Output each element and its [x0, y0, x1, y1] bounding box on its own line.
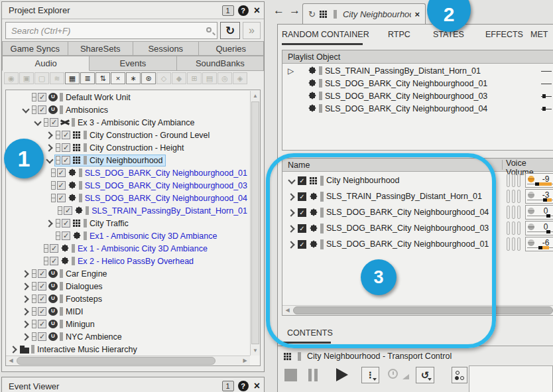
tab-sessions[interactable]: Sessions	[133, 41, 199, 56]
contents-row[interactable]: ✓ SLS_DOG_BARK_City Neighbourghood_01 -6	[282, 236, 553, 252]
include-checkbox[interactable]: ✓	[298, 176, 306, 185]
voice-volume-slider[interactable]	[527, 246, 553, 249]
tree-row-content[interactable]: ✓ City Neighbourhood	[54, 155, 166, 166]
tree-row-content[interactable]: ✓ Ex 2 - Helico PassBy Overhead	[42, 255, 196, 267]
display-toggle-icon[interactable]	[56, 143, 60, 152]
tree-row[interactable]: ✓ SLS_DOG_BARK_City Neighbourghood_04	[6, 192, 250, 204]
voice-volume-slider[interactable]	[527, 230, 553, 233]
scroll-left-icon[interactable]: ◀	[6, 356, 16, 365]
random-container-toolbar-icon[interactable]: ▦	[65, 72, 80, 84]
expander-icon[interactable]	[44, 143, 54, 153]
tree-row-content[interactable]: ✓ Ex 3 - Ambisonic City Ambiance	[42, 117, 197, 129]
scroll-down-icon[interactable]: ▼	[251, 346, 260, 356]
voice-volume-field[interactable]: -9	[525, 173, 553, 188]
include-checkbox[interactable]: ✓	[50, 244, 58, 253]
contents-header[interactable]: Name Voice Volume	[282, 159, 553, 172]
tree-row-content[interactable]: ✓ Ambisonics	[31, 104, 111, 116]
expander-icon[interactable]	[286, 208, 296, 218]
scroll-left-icon[interactable]: ◀	[282, 306, 292, 315]
contents-row[interactable]: ✓ SLS_DOG_BARK_City Neighbourghood_03 0	[282, 220, 553, 236]
filter-expand-button[interactable]: »	[243, 22, 261, 39]
expander-icon[interactable]	[40, 180, 50, 190]
scroll-up-icon[interactable]: ▲	[251, 91, 260, 101]
tree-row[interactable]: ✓ Ex1 - Ambisonic City 3D Ambiance	[6, 229, 250, 242]
display-toggle-icon[interactable]	[32, 294, 36, 303]
tree-row-content[interactable]: ✓ City Construction - Ground Level	[54, 129, 212, 141]
display-toggle-icon[interactable]	[58, 206, 62, 215]
display-toggle-icon[interactable]	[44, 244, 48, 253]
reset-button[interactable]: ↺	[416, 367, 434, 383]
hscroll-thumb[interactable]	[293, 306, 553, 314]
expander-icon[interactable]	[9, 344, 19, 354]
include-checkbox[interactable]: ✓	[62, 156, 70, 164]
include-checkbox[interactable]: ✓	[38, 105, 46, 114]
game-syncs-mode-button[interactable]	[452, 367, 467, 383]
expander-icon[interactable]	[286, 224, 296, 233]
expander-icon[interactable]	[21, 319, 31, 329]
contents-row[interactable]: ✓ SLS_TRAIN_PassingBy_Distant_Horn_01 -3	[282, 188, 553, 204]
playlist-row[interactable]: ▷ SLS_TRAIN_PassingBy_Distant_Horn_01	[282, 64, 553, 77]
include-checkbox[interactable]: ✓	[38, 269, 46, 278]
weight-slider[interactable]	[541, 108, 552, 111]
tree-row[interactable]: ✓ City Traffic	[6, 217, 250, 229]
close-icon[interactable]: ×	[254, 5, 260, 16]
playlist-row[interactable]: ▷ SLS_DOG_BARK_City Neighbourghood_03	[282, 90, 553, 102]
voice-volume-slider[interactable]	[527, 214, 553, 218]
expander-icon[interactable]	[40, 168, 50, 178]
tree-row[interactable]: ✓ NYC Ambience	[6, 330, 250, 343]
view-tab-random-container[interactable]: RANDOM CONTAINER	[282, 30, 369, 39]
include-checkbox[interactable]: ✓	[298, 192, 306, 201]
include-checkbox[interactable]: ✓	[62, 131, 70, 139]
display-toggle-icon[interactable]	[56, 131, 60, 139]
close-icon[interactable]: ×	[254, 381, 260, 391]
expander-icon[interactable]	[32, 256, 42, 266]
tree-row[interactable]: ✓ Ex 1 - Ambisonic City 3D Ambiance	[6, 242, 250, 255]
nav-back-icon[interactable]: ←	[273, 4, 284, 17]
volume-knob-icon[interactable]	[528, 208, 534, 214]
tab-soundbanks[interactable]: SoundBanks	[177, 56, 264, 71]
sound-sfx-toolbar-icon[interactable]: ∗	[126, 72, 141, 84]
volume-knob-icon[interactable]	[528, 192, 534, 198]
tree-row-content[interactable]: ✓ NYC Ambience	[31, 331, 125, 343]
tab-queries[interactable]: Queries	[199, 41, 265, 56]
tree-vertical-scrollbar[interactable]: ▲ ▼	[250, 91, 260, 356]
include-checkbox[interactable]: ✓	[57, 194, 66, 202]
view-tab-met[interactable]: MET	[530, 30, 548, 39]
help-icon[interactable]: ?	[238, 5, 249, 16]
expander-icon[interactable]	[21, 294, 31, 304]
blend-container-toolbar-icon[interactable]: ×	[111, 72, 125, 84]
include-checkbox[interactable]: ✓	[57, 181, 66, 190]
contents-row[interactable]: ✓ SLS_DOG_BARK_City Neighbourghood_04 0	[282, 204, 553, 220]
help-icon[interactable]: ?	[238, 381, 249, 391]
tree-row[interactable]: ✓ Footsteps	[6, 293, 250, 305]
expander-icon[interactable]	[21, 306, 31, 316]
search-input[interactable]: Search (Ctrl+F)	[5, 22, 217, 39]
hscroll-thumb[interactable]	[17, 357, 215, 365]
display-toggle-icon[interactable]	[56, 219, 60, 228]
tree-row-content[interactable]: ✓ Footsteps	[31, 293, 105, 305]
tree-row-content[interactable]: ✓ Default Work Unit	[31, 92, 133, 103]
refresh-button[interactable]: ↻	[220, 22, 240, 39]
close-tab-icon[interactable]: ×	[414, 9, 420, 19]
play-icon[interactable]	[336, 368, 348, 381]
editor-document-tab[interactable]: ↻ City Neighbourhood ×	[302, 3, 426, 24]
include-checkbox[interactable]: ✓	[298, 208, 306, 217]
tree-row[interactable]: ✓ SLS_DOG_BARK_City Neighbourghood_03	[6, 179, 250, 192]
expander-icon[interactable]	[44, 155, 54, 165]
expander-icon[interactable]	[32, 243, 42, 253]
tree-row-content[interactable]: ✓ SLS_DOG_BARK_City Neighbourghood_01	[50, 167, 250, 179]
switch-container-toolbar-icon[interactable]: ⇅	[95, 72, 110, 84]
tree-row[interactable]: ✓ Ambisonics	[6, 103, 250, 116]
tree-row[interactable]: Interactive Music Hierarchy	[6, 343, 250, 356]
weight-slider[interactable]	[541, 83, 552, 86]
display-toggle-icon[interactable]	[32, 105, 36, 114]
expander-icon[interactable]	[21, 105, 31, 115]
tree-row[interactable]: ✓ Dialogues	[6, 280, 250, 293]
tree-row[interactable]: ✓ Minigun	[6, 318, 250, 330]
display-toggle-icon[interactable]	[56, 231, 60, 240]
include-checkbox[interactable]: ✓	[62, 143, 70, 152]
tab-events[interactable]: Events	[90, 56, 176, 71]
tree-row[interactable]: ✓ SLS_TRAIN_PassingBy_Distant_Horn_01	[6, 204, 250, 217]
include-checkbox[interactable]: ✓	[38, 332, 46, 341]
include-checkbox[interactable]: ✓	[298, 240, 306, 249]
